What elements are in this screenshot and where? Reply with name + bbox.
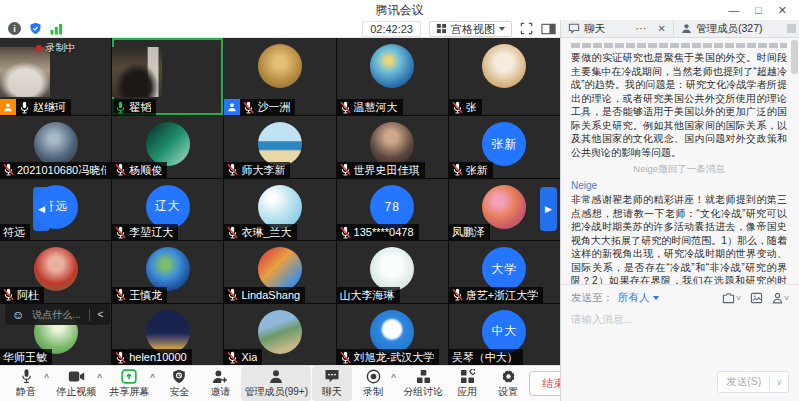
toolbar-item-members[interactable]: 管理成员(99+) bbox=[241, 366, 311, 401]
participant-tile-1[interactable]: 赵继珂 录制中 bbox=[0, 38, 111, 115]
participant-tile-11[interactable]: 符远 符远 bbox=[0, 179, 111, 241]
role-badge-icon bbox=[0, 99, 16, 115]
participant-tile-10[interactable]: 张新 张新 bbox=[449, 116, 560, 178]
mention-member-button[interactable]: ∨ bbox=[772, 292, 789, 304]
side-panel-toggle-icon[interactable] bbox=[541, 23, 556, 35]
participant-namebar: 温慧河大 bbox=[337, 99, 403, 115]
chevron-up-icon[interactable]: ∧ bbox=[149, 372, 156, 380]
chevron-up-icon[interactable]: ∧ bbox=[390, 372, 397, 380]
status-bar: i 02:42:23 宫格视图 bbox=[0, 20, 799, 38]
maximize-button[interactable]: □ bbox=[755, 0, 762, 20]
participant-avatar bbox=[370, 247, 414, 291]
participant-avatar bbox=[146, 122, 190, 166]
participant-avatar bbox=[370, 44, 414, 88]
tab-chat[interactable]: 聊天 ⋯ ✕ bbox=[561, 20, 673, 37]
participant-tile-6[interactable]: 2021010680冯晓倩 bbox=[0, 116, 111, 178]
participant-name: 师大李新 bbox=[241, 162, 285, 178]
toolbar-item-settings[interactable]: 设置 bbox=[488, 366, 528, 401]
participant-name: 张 bbox=[466, 99, 477, 115]
network-signal-icon[interactable] bbox=[50, 23, 63, 35]
chat-scrollbar[interactable] bbox=[791, 40, 798, 280]
participant-name: 世界史田佳琪 bbox=[354, 162, 420, 178]
role-badge-icon bbox=[224, 99, 240, 115]
participant-avatar: 中大 bbox=[482, 310, 526, 354]
view-mode-button[interactable]: 宫格视图 bbox=[429, 21, 512, 37]
mic-status-icon bbox=[115, 101, 126, 114]
participant-namebar: 阿杜 bbox=[0, 287, 44, 303]
toolbar-item-share[interactable]: 共享屏幕 ∧ bbox=[106, 366, 158, 401]
participant-tile-24[interactable]: 刘旭龙-武汉大学 bbox=[337, 304, 448, 366]
toolbar-item-mic[interactable]: 静音 ∧ bbox=[6, 366, 52, 401]
chat-close-icon[interactable]: ✕ bbox=[658, 23, 666, 34]
grid-prev-page-button[interactable]: ◀ bbox=[33, 187, 50, 231]
participant-tile-5[interactable]: 张 bbox=[449, 38, 560, 115]
participant-namebar: 衣琳_兰大 bbox=[224, 224, 296, 240]
participant-tile-14[interactable]: 78 135****0478 bbox=[337, 179, 448, 241]
send-to-selector[interactable]: 所有人 bbox=[618, 291, 659, 305]
participant-tile-4[interactable]: 温慧河大 bbox=[337, 38, 448, 115]
mic-status-icon bbox=[452, 101, 463, 114]
participant-namebar: 刘旭龙-武汉大学 bbox=[337, 349, 440, 365]
grid-next-page-button[interactable]: ▶ bbox=[540, 187, 557, 231]
participant-namebar: 山大李海琳 bbox=[337, 287, 400, 303]
image-button[interactable] bbox=[750, 292, 763, 304]
participant-tile-9[interactable]: 世界史田佳琪 bbox=[337, 116, 448, 178]
participant-tile-25[interactable]: 中大 吴琴（中大） bbox=[449, 304, 560, 366]
chat-composer: 发送至： 所有人 ∨ bbox=[561, 284, 799, 401]
chat-sender: Neige bbox=[571, 179, 787, 193]
sender-name: Neige bbox=[571, 180, 597, 191]
panel-scrollbar-top[interactable] bbox=[783, 20, 799, 37]
shield-icon bbox=[172, 368, 186, 384]
quick-chat-input[interactable]: 说点什么... bbox=[32, 308, 80, 322]
participant-tile-7[interactable]: 杨顺俊 bbox=[112, 116, 223, 178]
titlebar: 腾讯会议 — □ ✕ bbox=[0, 0, 799, 20]
chevron-down-icon: ∨ bbox=[783, 294, 790, 302]
participant-tile-22[interactable]: helen10000 bbox=[112, 304, 223, 366]
security-shield-icon[interactable] bbox=[29, 22, 42, 35]
emoji-icon[interactable]: ☺ bbox=[12, 309, 24, 321]
toolbar-item-apps[interactable]: 应用 bbox=[447, 366, 487, 401]
chat-message: 非常感谢翟老师的精彩讲座！就老师提到的第三点感想，想请教一下老师：“文化冷战”研… bbox=[571, 193, 787, 284]
chat-more-icon[interactable]: ⋯ bbox=[636, 22, 648, 35]
mic-status-icon bbox=[340, 351, 351, 364]
quickbar-collapse-icon[interactable]: < bbox=[89, 309, 104, 321]
fullscreen-icon[interactable] bbox=[520, 22, 533, 35]
chevron-up-icon[interactable]: ∧ bbox=[96, 372, 103, 380]
chevron-down-icon bbox=[653, 296, 659, 300]
participant-tile-8[interactable]: 师大李新 bbox=[224, 116, 335, 178]
participant-tile-17[interactable]: 王慎龙 bbox=[112, 241, 223, 303]
participant-tile-3[interactable]: 沙一洲 bbox=[224, 38, 335, 115]
participant-tile-19[interactable]: 山大李海琳 bbox=[337, 241, 448, 303]
participant-name: LindaShang bbox=[241, 287, 300, 303]
toolbar-item-chat[interactable]: 聊天 bbox=[312, 366, 352, 401]
participant-tile-12[interactable]: 辽大 李堃辽大 bbox=[112, 179, 223, 241]
minimize-button[interactable]: — bbox=[728, 0, 739, 20]
participant-namebar: 凤鹏泽 bbox=[449, 224, 490, 240]
breakout-icon bbox=[416, 368, 431, 384]
screenshot-icon bbox=[722, 292, 735, 304]
send-button[interactable]: 发送(S) ∨ bbox=[717, 371, 789, 393]
participant-tile-2[interactable]: 翟韬 bbox=[112, 38, 223, 115]
toolbar-item-record[interactable]: 录制 ∧ bbox=[353, 366, 399, 401]
toolbar-item-shield[interactable]: 安全 bbox=[159, 366, 199, 401]
message-input[interactable]: 请输入消息... bbox=[571, 313, 789, 327]
participant-avatar bbox=[112, 47, 162, 97]
toolbar-item-invite[interactable]: 邀请 bbox=[200, 366, 240, 401]
participant-tile-18[interactable]: LindaShang bbox=[224, 241, 335, 303]
participant-tile-16[interactable]: 阿杜 bbox=[0, 241, 111, 303]
participant-name: 王慎龙 bbox=[129, 287, 162, 303]
participant-tile-13[interactable]: 衣琳_兰大 bbox=[224, 179, 335, 241]
chevron-up-icon[interactable]: ∧ bbox=[43, 372, 50, 380]
toolbar-item-camera[interactable]: 停止视频 ∧ bbox=[53, 366, 105, 401]
status-bar-left: i 02:42:23 宫格视图 bbox=[0, 20, 560, 38]
screenshot-button[interactable]: ∨ bbox=[722, 292, 741, 304]
close-button[interactable]: ✕ bbox=[778, 0, 787, 20]
toolbar-item-breakout[interactable]: 分组讨论 bbox=[400, 366, 446, 401]
mic-status-icon bbox=[452, 163, 463, 176]
participant-tile-23[interactable]: Xia bbox=[224, 304, 335, 366]
send-options-icon[interactable]: ∨ bbox=[769, 375, 788, 390]
meeting-info-icon[interactable]: i bbox=[8, 22, 21, 35]
tab-manage-members[interactable]: 管理成员(327) bbox=[673, 20, 783, 37]
participant-tile-20[interactable]: 大学 唐艺+浙江大学 bbox=[449, 241, 560, 303]
participant-avatar bbox=[258, 310, 302, 354]
